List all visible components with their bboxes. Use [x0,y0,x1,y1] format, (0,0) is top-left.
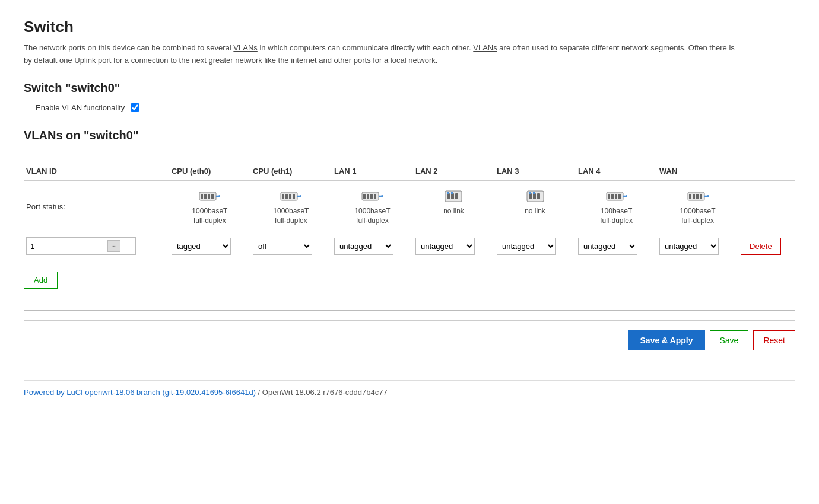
port-status-label: Port status: [24,181,169,232]
port-status-empty [738,181,795,232]
vlan-table: VLAN ID CPU (eth0) CPU (eth1) LAN 1 LAN … [24,162,795,260]
svg-rect-17 [370,194,373,199]
col-lan3: LAN 3 [494,162,576,181]
port-status-cpu-eth0: 1000baseTfull-duplex [169,181,250,232]
svg-rect-4 [211,194,214,199]
svg-point-46 [707,195,709,197]
svg-point-13 [300,195,301,197]
port-icon-lan4 [606,187,627,204]
svg-point-6 [218,195,220,197]
svg-rect-2 [204,194,207,199]
port-speed-lan2: no link [415,206,492,216]
port-status-lan4: 100baseTfull-duplex [576,181,657,232]
svg-rect-10 [289,194,291,199]
svg-rect-35 [611,194,614,199]
port-speed-wan: 1000baseTfull-duplex [659,206,736,227]
footer-actions: Save & Apply Save Reset [24,320,795,350]
svg-rect-25 [447,192,449,194]
vlan-lan2-select[interactable]: off untagged tagged [415,238,475,255]
reset-button[interactable]: Reset [753,330,795,350]
col-cpu-eth1: CPU (eth1) [250,162,332,181]
svg-rect-23 [451,193,454,199]
svg-rect-34 [608,194,610,199]
svg-rect-22 [447,193,450,199]
port-icon-lan2 [443,187,464,204]
svg-rect-30 [537,193,540,199]
col-vlan-id: VLAN ID [24,162,169,181]
section-divider [24,152,795,152]
port-status-lan1: 1000baseTfull-duplex [332,181,413,232]
vlan-id-dots-button[interactable]: ··· [107,240,120,252]
svg-rect-24 [455,193,458,199]
vlan-lan3-select[interactable]: off untagged tagged [497,238,556,255]
vlan-id-field: ··· [26,237,136,255]
port-status-cpu-eth1: 1000baseTfull-duplex [250,181,332,232]
svg-rect-26 [451,192,453,194]
vlan-lan4-cell: off untagged tagged [576,232,657,260]
openwrt-version: / [258,388,262,397]
vlan-wan-select[interactable]: off untagged tagged [659,238,719,255]
save-button[interactable]: Save [710,330,749,350]
port-icon-cpu-eth1 [280,187,301,204]
port-icon-lan3 [525,187,546,204]
port-status-row: Port status: 1000baseTfull-duplex [24,181,795,232]
vlan-id-input[interactable] [30,242,107,251]
vlan-cpu-eth1-select[interactable]: off untagged tagged [253,238,312,255]
svg-rect-3 [208,194,210,199]
svg-rect-16 [367,194,369,199]
port-icon-wan [687,187,709,204]
svg-rect-43 [696,194,699,199]
port-icon-lan1 [361,187,383,204]
svg-rect-29 [533,193,536,199]
vlan-lan1-cell: off untagged tagged [332,232,413,260]
port-speed-lan1: 1000baseTfull-duplex [334,206,411,227]
col-lan4: LAN 4 [576,162,657,181]
page-title: Switch [24,18,795,36]
port-status-lan3: no link [494,181,576,232]
delete-vlan-button[interactable]: Delete [741,238,781,255]
svg-rect-32 [533,192,535,194]
col-cpu-eth0: CPU (eth0) [169,162,250,181]
table-header-row: VLAN ID CPU (eth0) CPU (eth1) LAN 1 LAN … [24,162,795,181]
port-speed-lan4: 100baseTfull-duplex [578,206,655,227]
svg-rect-11 [293,194,295,199]
port-speed-cpu-eth1: 1000baseTfull-duplex [253,206,329,227]
svg-rect-36 [615,194,617,199]
port-status-wan: 1000baseTfull-duplex [657,181,738,232]
port-speed-cpu-eth0: 1000baseTfull-duplex [172,206,248,227]
svg-rect-37 [618,194,621,199]
openwrt-version-text: OpenWrt 18.06.2 r7676-cddd7b4c77 [262,388,388,397]
footer: Powered by LuCI openwrt-18.06 branch (gi… [24,380,795,397]
svg-rect-31 [529,192,531,194]
col-lan1: LAN 1 [332,162,413,181]
vlan-id-cell: ··· [24,232,169,260]
svg-rect-8 [282,194,284,199]
vlan-section-heading: VLANs on "switch0" [24,129,795,142]
page-description: The network ports on this device can be … [24,42,736,67]
svg-rect-42 [693,194,695,199]
luci-link[interactable]: Powered by LuCI openwrt-18.06 branch (gi… [24,388,256,397]
vlan-lan1-select[interactable]: off untagged tagged [334,238,393,255]
switch-heading: Switch "switch0" [24,81,795,95]
vlan-cpu-eth0-select[interactable]: off untagged tagged [172,238,231,255]
vlan-lan2-cell: off untagged tagged [413,232,494,260]
add-vlan-button[interactable]: Add [24,272,58,289]
col-wan: WAN [657,162,738,181]
vlan-lan4-select[interactable]: off untagged tagged [578,238,637,255]
vlan-enable-label: Enable VLAN functionality [36,103,125,112]
footer-divider [24,310,795,311]
save-apply-button[interactable]: Save & Apply [628,330,705,350]
svg-rect-28 [529,193,532,199]
port-status-lan2: no link [413,181,494,232]
svg-point-20 [381,195,383,197]
table-row: ··· off untagged tagged off untagged tag… [24,232,795,260]
svg-rect-15 [363,194,366,199]
port-speed-lan3: no link [497,206,573,216]
col-actions [738,162,795,181]
svg-rect-44 [700,194,702,199]
vlan-cpu-eth1-cell: off untagged tagged [250,232,332,260]
svg-rect-41 [689,194,691,199]
vlan-enable-checkbox[interactable] [131,103,139,112]
vlan-delete-cell: Delete [738,232,795,260]
svg-rect-9 [285,194,288,199]
